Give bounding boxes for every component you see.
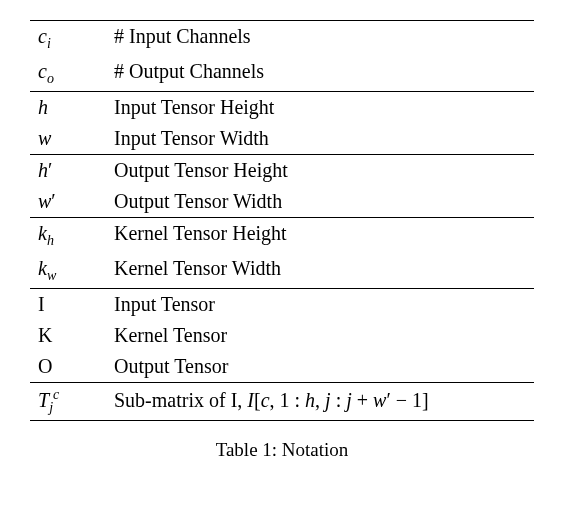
symbol-cell: O (30, 351, 106, 383)
symbol-cell: I (30, 289, 106, 321)
table-caption: Table 1: Notation (30, 439, 534, 461)
table-row: h′ Output Tensor Height (30, 155, 534, 187)
caption-prefix: Table 1: (216, 439, 277, 460)
table-row: Tjc Sub-matrix of I, I[c, 1 : h, j : j +… (30, 383, 534, 421)
symbol-cell: K (30, 320, 106, 351)
desc-cell: Sub-matrix of I, I[c, 1 : h, j : j + w′ … (106, 383, 534, 421)
symbol-cell: Tjc (30, 383, 106, 421)
caption-text: Notation (277, 439, 348, 460)
table-row: I Input Tensor (30, 289, 534, 321)
table-row: h Input Tensor Height (30, 92, 534, 124)
desc-cell: Input Tensor Width (106, 123, 534, 155)
table-row: co # Output Channels (30, 56, 534, 92)
symbol-cell: co (30, 56, 106, 92)
desc-cell: Output Tensor Width (106, 186, 534, 218)
symbol-cell: ci (30, 21, 106, 57)
notation-table: ci # Input Channels co # Output Channels… (30, 20, 534, 421)
desc-cell: Kernel Tensor Height (106, 218, 534, 254)
symbol-cell: h′ (30, 155, 106, 187)
table-row: w Input Tensor Width (30, 123, 534, 155)
desc-cell: Kernel Tensor Width (106, 253, 534, 289)
desc-cell: # Input Channels (106, 21, 534, 57)
symbol-cell: kw (30, 253, 106, 289)
table-row: O Output Tensor (30, 351, 534, 383)
table-row: kh Kernel Tensor Height (30, 218, 534, 254)
table-row: ci # Input Channels (30, 21, 534, 57)
symbol-cell: h (30, 92, 106, 124)
desc-cell: Input Tensor (106, 289, 534, 321)
desc-cell: Input Tensor Height (106, 92, 534, 124)
symbol-cell: w′ (30, 186, 106, 218)
desc-cell: Output Tensor Height (106, 155, 534, 187)
symbol-cell: w (30, 123, 106, 155)
table-row: K Kernel Tensor (30, 320, 534, 351)
symbol-cell: kh (30, 218, 106, 254)
desc-cell: Kernel Tensor (106, 320, 534, 351)
desc-cell: Output Tensor (106, 351, 534, 383)
desc-cell: # Output Channels (106, 56, 534, 92)
table-row: kw Kernel Tensor Width (30, 253, 534, 289)
table-row: w′ Output Tensor Width (30, 186, 534, 218)
